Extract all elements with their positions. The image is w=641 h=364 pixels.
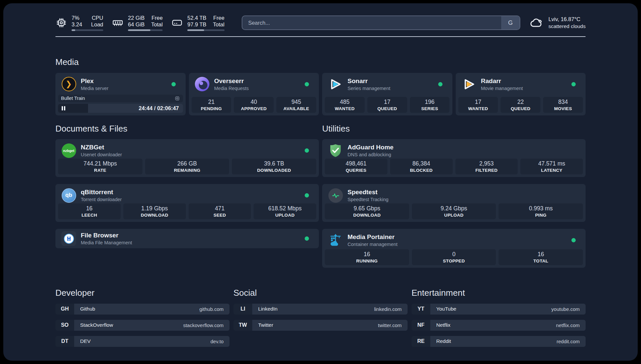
app-name: Overseerr [214,77,249,85]
stat-latency: 47.571 msLATENCY [520,159,583,174]
app-name: AdGuard Home [348,144,393,151]
app-card-overseerr[interactable]: Overseerr Media Requests 21PENDING 40APP… [189,73,319,115]
app-card-portainer[interactable]: Media Portainer Container management 16R… [322,229,586,268]
app-name: Sonarr [348,77,390,85]
app-name: qBittorrent [81,189,122,196]
stat-download: 1.19 GbpsDOWNLOAD [123,203,186,219]
app-desc: Torrent downloader [81,197,122,202]
overseerr-icon [195,77,210,92]
section-entertainment-title: Entertainment [412,288,586,298]
stat-filtered: 2,953FILTERED [455,159,518,174]
topbar-divider [55,36,586,37]
link-netflix[interactable]: NF Netflix netflix.com [412,320,586,331]
stat-remaining: 266 GBREMAINING [145,159,229,174]
link-github[interactable]: GH Github github.com [55,304,229,315]
app-card-speedtest[interactable]: Speedtest Speedtest Tracking 9.65 GbpsDO… [322,184,586,222]
ram-total-value: 64 GiB [128,21,144,28]
section-social: Social LI LinkedIn linkedin.com TW Twitt… [233,288,408,347]
link-name: Netflix [436,322,450,328]
app-card-plex[interactable]: ❯ Plex Media server Bullet Train [55,73,186,115]
section-developer-title: Developer [55,288,229,298]
app-name: Plex [81,77,108,85]
link-abbr: NF [412,320,430,331]
cpu-load-label: Load [91,21,103,28]
status-dot [305,82,309,86]
app-name: Speedtest [348,189,388,196]
stat-queued: 22QUEUED [501,97,540,113]
dashboard: 7% 3.24 CPU Load [3,3,638,361]
link-name: Github [80,306,95,312]
link-youtube[interactable]: YT YouTube youtube.com [412,304,586,315]
app-desc: Media server [81,86,108,91]
app-desc: Speedtest Tracking [348,197,388,202]
link-name: StackOverflow [80,322,113,328]
section-developer: Developer GH Github github.com SO StackO… [55,288,229,347]
stat-running: 16RUNNING [325,249,409,265]
app-desc: DNS and adblocking [348,152,393,157]
stat-blocked: 86,384BLOCKED [390,159,453,174]
ram-free-label: Free [151,15,163,21]
playback-progress: 24:44 / 02:06:47 [58,104,183,113]
nzbget-icon: nzbget [61,143,76,158]
qbittorrent-icon: qb [61,188,76,203]
app-card-qbittorrent[interactable]: qb qBittorrent Torrent downloader 16LEEC… [55,184,319,222]
portainer-icon [328,233,343,248]
link-url: twitter.com [378,322,402,328]
stat-movies: 834MOVIES [543,97,583,113]
topbar: 7% 3.24 CPU Load [55,3,586,32]
link-url: youtube.com [551,306,580,312]
status-dot [438,82,443,86]
link-abbr: DT [55,336,74,347]
stat-queries: 498,461QUERIES [325,159,387,174]
app-card-radarr[interactable]: Radarr Movie management 17WANTED 22QUEUE… [456,73,586,115]
cpu-load-value: 3.24 [72,21,82,28]
search-input[interactable] [242,20,501,26]
link-twitter[interactable]: TW Twitter twitter.com [233,320,408,331]
search-engine-button[interactable]: G [501,16,520,29]
ram-progress-bar [128,29,163,31]
app-desc: Usenet downloader [81,152,122,157]
status-dot [305,236,309,241]
section-media-title: Media [55,57,586,67]
stat-downloaded: 39.6 TBDOWNLOADED [232,159,316,174]
stat-ping: 0.993 msPING [499,203,583,219]
stat-rate: 744.21 MbpsRATE [58,159,142,174]
link-abbr: TW [233,320,252,331]
link-name: YouTube [436,306,456,312]
app-name: Media Portainer [348,233,398,241]
section-documents-title: Documents & Files [55,124,319,134]
link-abbr: SO [55,320,74,331]
section-utilities: Utilities [322,124,586,268]
app-card-sonarr[interactable]: Sonarr Series management 485WANTED 17QUE… [322,73,452,115]
sonarr-icon [328,77,343,92]
link-stackoverflow[interactable]: SO StackOverflow stackoverflow.com [55,320,229,331]
search-bar: G [242,15,520,30]
ram-total-label: Total [151,21,163,28]
link-url: github.com [199,306,224,312]
link-linkedin[interactable]: LI LinkedIn linkedin.com [233,304,408,315]
stat-queued: 17QUEUED [367,97,407,113]
radarr-icon [462,77,476,92]
link-url: netflix.com [556,322,580,328]
section-media: Media ❯ Plex Media server [55,57,586,115]
app-card-filebrowser[interactable]: File Browser Media File Management [55,229,319,248]
stat-wanted: 17WANTED [458,97,498,113]
status-dot [305,193,309,197]
stat-upload: 9.24 GbpsUPLOAD [412,203,496,219]
link-dev[interactable]: DT DEV dev.to [55,336,229,347]
ram-stat: 22 GiB 64 GiB Free Total [112,15,163,31]
app-desc: Media File Management [81,240,132,245]
link-url: linkedin.com [374,306,402,312]
cpu-icon [55,17,67,29]
link-url: reddit.com [557,339,580,344]
app-name: NZBGet [81,144,122,151]
app-card-adguard[interactable]: AdGuard Home DNS and adblocking 498,461Q… [322,139,586,177]
app-desc: Media Requests [214,86,249,91]
link-reddit[interactable]: RE Reddit reddit.com [412,336,586,347]
pause-icon [62,106,65,110]
link-name: LinkedIn [258,306,278,312]
app-card-nzbget[interactable]: nzbget NZBGet Usenet downloader 744.21 M… [55,139,319,177]
app-desc: Series management [348,86,390,91]
link-name: Reddit [436,338,451,344]
playback-time: 24:44 / 02:06:47 [138,105,183,111]
